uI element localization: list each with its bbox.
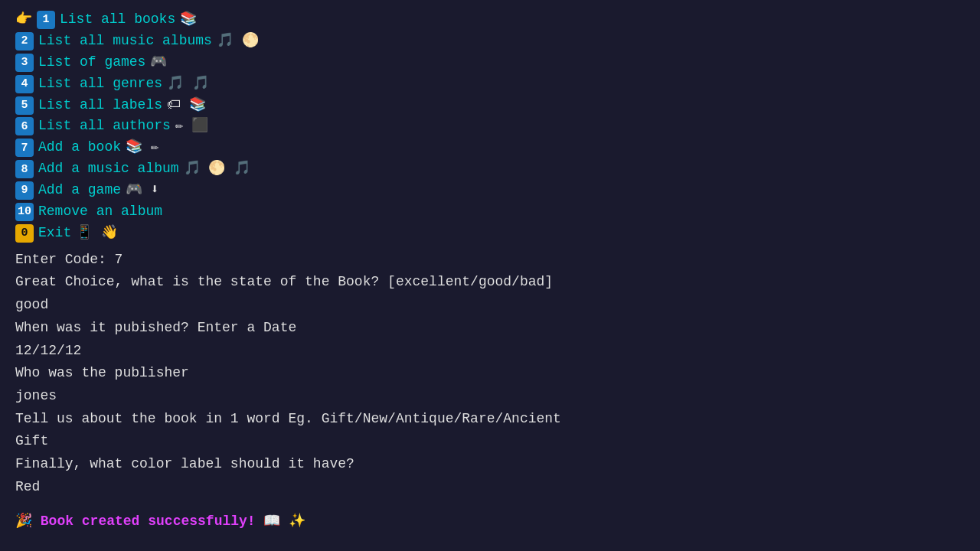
menu-item-10: 10 Remove an album (15, 201, 965, 223)
label-3: List of games (38, 52, 145, 73)
label-9: Add a game (38, 180, 121, 201)
label-1: List all books (60, 9, 175, 31)
badge-0: 0 (15, 224, 34, 243)
badge-10: 10 (15, 203, 34, 221)
icons-0: 📱 👋 (76, 223, 118, 244)
menu-item-7: 7 Add a book 📚 ✏️ (15, 137, 965, 158)
label-7: Add a book (38, 137, 121, 158)
pointer-icon: 👉 (15, 9, 32, 31)
icons-7: 📚 ✏️ (126, 137, 159, 158)
q3-prompt: Who was the publisher (15, 362, 965, 385)
label-6: List all authors (38, 116, 171, 137)
menu-item-5: 5 List all labels 🏷 📚 (15, 95, 965, 116)
session-section: Enter Code: 7 Great Choice, what is the … (15, 249, 965, 533)
badge-4: 4 (15, 75, 34, 93)
success-message: 🎉 Book created successfully! 📖 ✨ (15, 510, 965, 533)
menu-list: 👉 1 List all books 📚 2 List all music al… (15, 9, 965, 244)
menu-item-3: 3 List of games 🎮 (15, 52, 965, 73)
badge-9: 9 (15, 181, 34, 200)
q5-answer: Red (15, 476, 965, 499)
q2-prompt: When was it pubished? Enter a Date (15, 317, 965, 340)
badge-5: 5 (15, 96, 34, 115)
label-10: Remove an album (38, 201, 162, 223)
menu-item-0: 0 Exit 📱 👋 (15, 223, 965, 244)
menu-item-2: 2 List all music albums 🎵 🌕 (15, 31, 965, 52)
icons-6: ✏️ ⬛ (175, 116, 209, 137)
badge-3: 3 (15, 54, 34, 72)
q3-answer: jones (15, 385, 965, 408)
menu-item-9: 9 Add a game 🎮 ⬇ (15, 180, 965, 201)
q1-answer: good (15, 294, 965, 317)
label-0: Exit (38, 223, 71, 244)
menu-item-8: 8 Add a music album 🎵 🌕 🎵 (15, 158, 965, 180)
enter-code-line: Enter Code: 7 (15, 249, 965, 272)
menu-item-1: 👉 1 List all books 📚 (15, 9, 965, 31)
q2-answer: 12/12/12 (15, 340, 965, 363)
label-5: List all labels (38, 95, 162, 116)
q4-answer: Gift (15, 430, 965, 453)
icons-1: 📚 (180, 9, 197, 31)
menu-item-4: 4 List all genres 🎵 🎵 (15, 73, 965, 95)
icons-9: 🎮 ⬇ (126, 180, 159, 201)
badge-6: 6 (15, 117, 34, 135)
icons-5: 🏷 📚 (167, 95, 206, 116)
label-8: Add a music album (38, 158, 179, 180)
badge-8: 8 (15, 160, 34, 178)
q5-prompt: Finally, what color label should it have… (15, 453, 965, 476)
badge-2: 2 (15, 32, 34, 51)
q4-prompt: Tell us about the book in 1 word Eg. Gif… (15, 408, 965, 431)
icons-2: 🎵 🌕 (217, 31, 259, 52)
badge-7: 7 (15, 139, 34, 157)
q1-prompt: Great Choice, what is the state of the B… (15, 271, 965, 294)
label-2: List all music albums (38, 31, 212, 52)
menu-item-6: 6 List all authors ✏️ ⬛ (15, 116, 965, 137)
label-4: List all genres (38, 73, 162, 95)
icons-8: 🎵 🌕 🎵 (184, 158, 251, 180)
badge-1: 1 (37, 11, 55, 29)
icons-3: 🎮 (150, 52, 167, 73)
icons-4: 🎵 🎵 (167, 73, 209, 95)
